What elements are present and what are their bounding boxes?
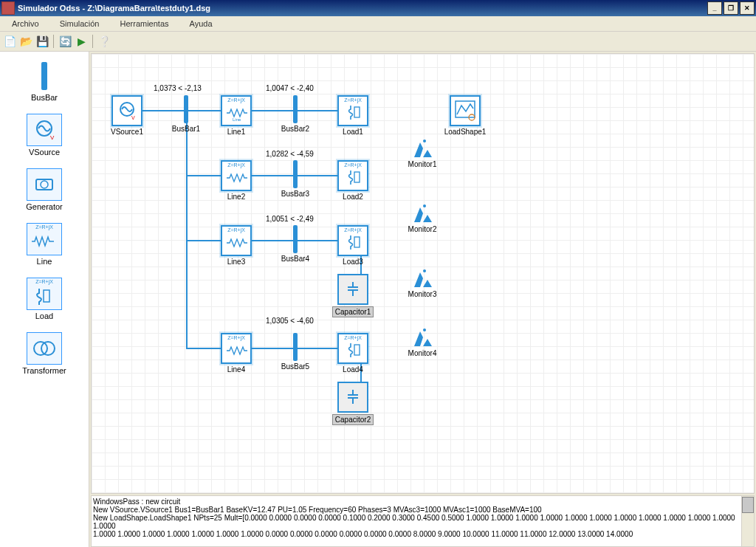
svg-rect-11 <box>354 172 360 182</box>
palette-busbar[interactable]: BusBar <box>27 61 61 102</box>
svg-rect-4 <box>44 290 49 302</box>
node-busbar1[interactable]: BusBar1 <box>165 95 207 133</box>
scrollbar-thumb[interactable] <box>742 497 754 513</box>
svg-text:V: V <box>131 115 135 120</box>
palette-vsource[interactable]: V VSource <box>27 114 62 156</box>
node-monitor1[interactable]: Monitor1 <box>402 135 443 168</box>
svg-point-27 <box>423 328 426 331</box>
svg-rect-22 <box>456 101 475 117</box>
busbar-icon <box>293 160 298 188</box>
node-line3[interactable]: Z=R+jX Line3 <box>216 225 257 266</box>
node-line4[interactable]: Z=R+jX Line4 <box>216 333 257 374</box>
app-icon <box>1 1 15 15</box>
generator-icon <box>32 172 57 197</box>
voltage-label-busbar4: 1,0051 < -2,49 <box>266 215 314 223</box>
node-line2[interactable]: Z=R+jX Line2 <box>216 160 257 201</box>
menu-simulacion[interactable]: Simulación <box>54 18 106 30</box>
busbar-icon <box>293 333 298 361</box>
svg-point-25 <box>423 204 426 207</box>
svg-point-24 <box>423 140 426 142</box>
component-palette: BusBar V VSource Generator Z=R+jX Line Z… <box>0 52 89 547</box>
menu-archivo[interactable]: Archivo <box>6 18 45 30</box>
maximize-button[interactable]: ❐ <box>724 1 738 15</box>
svg-point-3 <box>41 181 48 188</box>
close-button[interactable]: ✕ <box>740 1 755 15</box>
wire-vertical <box>186 110 188 349</box>
output-line: New VSource.VSource1 Bus1=BusBar1 BaseKV… <box>93 506 752 514</box>
transformer-icon <box>32 336 57 361</box>
node-load2[interactable]: Z=R+jX Load2 <box>332 160 374 201</box>
separator <box>92 35 93 48</box>
svg-point-26 <box>423 269 426 272</box>
busbar-icon <box>184 95 188 123</box>
palette-line[interactable]: Z=R+jX Line <box>27 223 62 266</box>
open-file-icon[interactable]: 📂 <box>19 35 32 48</box>
voltage-label-busbar5: 1,0305 < -4,60 <box>266 317 314 325</box>
monitor-icon <box>410 265 435 290</box>
refresh-icon[interactable]: 🔄 <box>58 35 72 48</box>
node-capacitor1[interactable]: Capacitor1 <box>332 274 374 317</box>
node-load3[interactable]: Z=R+jX Load3 <box>332 225 374 266</box>
svg-rect-10 <box>354 107 360 117</box>
output-line: 1.0000 1.0000 1.0000 1.0000 1.0000 1.000… <box>93 530 752 538</box>
save-file-icon[interactable]: 💾 <box>35 35 49 48</box>
help-icon[interactable]: ❔ <box>97 35 111 48</box>
scrollbar[interactable] <box>741 496 754 546</box>
svg-text:Line: Line <box>233 117 241 122</box>
voltage-label-busbar2: 1,0047 < -2,40 <box>266 84 314 92</box>
output-line: New LoadShape.LoadShape1 NPts=25 Mult=[0… <box>93 514 752 530</box>
node-busbar2[interactable]: BusBar2 <box>275 95 316 133</box>
node-monitor2[interactable]: Monitor2 <box>402 200 443 233</box>
menu-ayuda[interactable]: Ayuda <box>184 18 219 30</box>
output-line: WindowsPass : new circuit <box>93 498 752 506</box>
busbar-icon <box>293 225 298 253</box>
monitor-icon <box>410 200 435 225</box>
separator <box>53 35 54 48</box>
node-capacitor2[interactable]: Capacitor2 <box>332 382 374 425</box>
new-file-icon[interactable]: 📄 <box>3 35 16 48</box>
toolbar: 📄 📂 💾 🔄 ▶ ❔ <box>0 32 756 52</box>
busbar-icon <box>41 62 47 90</box>
palette-transformer[interactable]: Transformer <box>22 332 66 375</box>
svg-rect-12 <box>354 237 360 247</box>
run-icon[interactable]: ▶ <box>75 35 88 48</box>
vsource-icon: V <box>32 117 57 142</box>
node-vsource1[interactable]: V VSource1 <box>106 95 148 136</box>
node-busbar5[interactable]: BusBar5 <box>275 333 316 371</box>
window-title: Simulador Odss - Z:\DiagramaBarra\testdu… <box>18 4 707 13</box>
palette-generator[interactable]: Generator <box>26 168 63 211</box>
voltage-label-busbar1: 1,0373 < -2,13 <box>154 84 202 92</box>
node-load4[interactable]: Z=R+jX Load4 <box>332 333 374 374</box>
menu-herramientas[interactable]: Herramientas <box>114 18 175 30</box>
voltage-label-busbar3: 1,0282 < -4,59 <box>266 150 314 158</box>
busbar-icon <box>293 95 298 123</box>
menu-bar: Archivo Simulación Herramientas Ayuda <box>0 16 756 32</box>
node-monitor4[interactable]: Monitor4 <box>402 324 443 357</box>
palette-load[interactable]: Z=R+jX Load <box>27 278 62 320</box>
monitor-icon <box>410 324 435 349</box>
node-line1[interactable]: Z=R+jXLine Line1 <box>216 95 257 136</box>
node-busbar4[interactable]: BusBar4 <box>275 225 316 263</box>
node-load1[interactable]: Z=R+jX Load1 <box>332 95 374 136</box>
node-monitor3[interactable]: Monitor3 <box>402 265 443 298</box>
output-console[interactable]: WindowsPass : new circuit New VSource.VS… <box>91 495 755 547</box>
monitor-icon <box>410 135 435 160</box>
svg-text:V: V <box>50 134 55 141</box>
minimize-button[interactable]: _ <box>707 1 722 15</box>
node-loadshape1[interactable]: LoadShape1 <box>444 95 486 136</box>
svg-rect-17 <box>354 345 360 355</box>
diagram-canvas[interactable]: 1,0373 < -2,13 1,0047 < -2,40 1,0282 < -… <box>92 54 754 493</box>
title-bar: Simulador Odss - Z:\DiagramaBarra\testdu… <box>0 0 756 16</box>
node-busbar3[interactable]: BusBar3 <box>275 160 316 198</box>
